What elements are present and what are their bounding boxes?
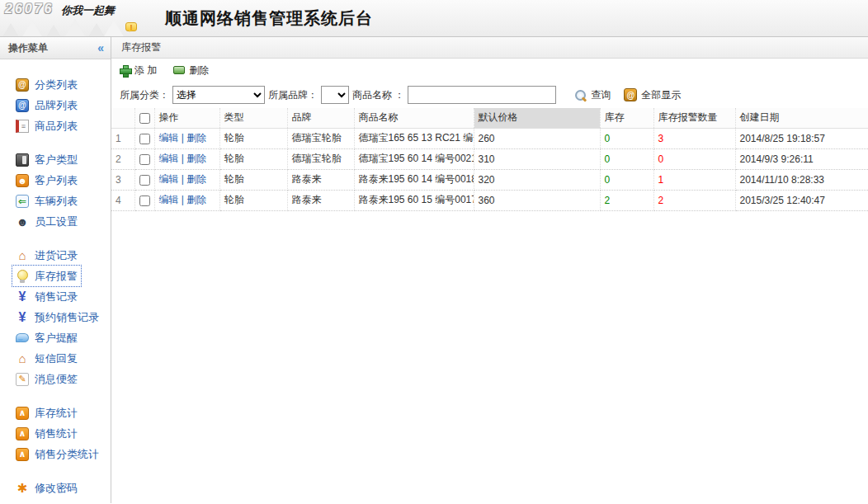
chat-icon [16,332,29,345]
sidebar-item-销售统计[interactable]: ∧销售统计 [12,423,81,444]
sidebar-item-客户列表[interactable]: ☻客户列表 [12,170,81,191]
sidebar-item-库存报警[interactable]: 库存报警 [12,266,81,286]
action-separator: | [179,173,187,185]
row-checkbox[interactable] [139,154,150,165]
sidebar-item-客户类型[interactable]: 客户类型 [12,149,81,170]
sidebar-item-车辆列表[interactable]: ⇐车辆列表 [12,191,81,211]
sidebar-title: 操作菜单 [8,41,48,55]
sidebar-item-label: 进货记录 [35,248,78,263]
sidebar-item-库存统计[interactable]: ∧库存统计 [12,403,81,423]
sidebar-item-销售记录[interactable]: ¥销售记录 [12,286,81,307]
tab-stock-alert[interactable]: 库存报警 [111,37,868,59]
action-separator: | [179,153,187,164]
sidebar-item-label: 预约销售记录 [35,310,99,325]
delete-button[interactable]: 删除 [173,64,209,78]
yen-icon: ¥ [16,311,29,324]
sidebar-group: ⌂进货记录库存报警¥销售记录¥预约销售记录客户提醒⌂短信回复✎消息便签 [16,245,111,389]
product-name-input[interactable] [408,86,556,104]
employee-icon: ☻ [16,215,29,228]
delete-link[interactable]: 删除 [186,194,206,205]
product-list-icon: ≡ [16,120,29,133]
brand-select[interactable] [321,86,349,104]
sidebar-item-客户提醒[interactable]: 客户提醒 [12,327,81,348]
yen-icon: ¥ [16,290,29,304]
sidebar-item-预约销售记录[interactable]: ¥预约销售记录 [12,307,102,327]
stock-alert-table-wrap: 操作类型品牌商品名称默认价格库存库存报警数量创建日期 1编辑 | 删除轮胎德瑞宝… [111,108,868,503]
sidebar-item-label: 库存报警 [35,269,78,284]
cell-brand: 德瑞宝轮胎 [287,128,354,148]
column-header-price[interactable]: 默认价格 [474,108,600,128]
sidebar-group: 客户类型☻客户列表⇐车辆列表☻员工设置 [16,149,111,232]
sidebar-item-label: 销售统计 [35,426,78,441]
add-button[interactable]: 添 加 [120,64,157,78]
sidebar-item-销售分类统计[interactable]: ∧销售分类统计 [12,444,102,464]
cell-price: 260 [474,128,600,148]
bulb-icon [16,270,29,283]
column-header-alert[interactable]: 库存报警数量 [653,108,735,128]
delete-link[interactable]: 删除 [186,153,206,164]
sidebar-item-label: 员工设置 [35,214,78,229]
logo-triangle [0,23,21,36]
table-body: 1编辑 | 删除轮胎德瑞宝轮胎德瑞宝165 65 13 RC21 编号26003… [111,128,868,210]
sidebar-item-消息便签[interactable]: ✎消息便签 [12,369,81,389]
delete-button-label: 删除 [189,64,209,78]
edit-link[interactable]: 编辑 [159,194,179,205]
chart-icon: ∧ [16,448,29,461]
row-number: 2 [111,148,134,169]
delete-minus-icon [173,66,185,74]
cell-stock: 2 [600,190,653,210]
sidebar-item-进货记录[interactable]: ⌂进货记录 [12,245,81,266]
gear-icon: ✱ [16,482,29,495]
sidebar-item-商品列表[interactable]: ≡商品列表 [12,115,81,136]
sidebar-item-label: 客户提醒 [35,331,78,346]
sidebar-item-label: 品牌列表 [35,98,78,113]
column-header-type[interactable]: 类型 [219,108,287,128]
edit-link[interactable]: 编辑 [159,173,179,185]
show-all-button-label: 全部显示 [641,88,681,102]
column-header-date[interactable]: 创建日期 [735,108,868,128]
action-separator: | [179,194,187,205]
column-header-check[interactable] [134,108,154,128]
search-button[interactable]: 查询 [574,88,611,102]
row-checkbox[interactable] [139,195,150,206]
delete-link[interactable]: 删除 [186,132,206,144]
select-all-checkbox[interactable] [139,113,150,124]
row-actions-cell: 编辑 | 删除 [154,148,219,169]
house-icon: ⌂ [16,352,29,365]
category-select[interactable]: 选择 [172,86,265,104]
alert-bubble-icon: ! [125,22,137,31]
sidebar-item-员工设置[interactable]: ☻员工设置 [12,211,81,232]
cell-brand: 路泰来 [287,190,354,210]
row-checkbox-cell [134,190,154,210]
main-content: 库存报警 添 加 删除 所属分类： 选择 所属品牌： 商品名称 ： [111,37,868,503]
sidebar-item-品牌列表[interactable]: @品牌列表 [12,95,81,115]
customer-type-icon [16,153,29,167]
column-header-num[interactable] [111,108,134,128]
edit-link[interactable]: 编辑 [159,153,179,164]
column-header-stock[interactable]: 库存 [600,108,653,128]
sidebar-group: ✱修改密码 [16,478,111,498]
sidebar-item-修改密码[interactable]: ✱修改密码 [12,478,81,498]
cell-type: 轮胎 [219,169,287,190]
row-checkbox[interactable] [139,175,150,186]
note-icon: ✎ [16,373,29,386]
row-number: 1 [111,128,134,148]
cell-date: 2014/11/10 8:28:33 [735,169,868,190]
show-all-button[interactable]: @ 全部显示 [624,88,681,102]
collapse-sidebar-icon[interactable]: « [97,41,104,54]
cell-alert: 0 [653,148,735,169]
cell-brand: 路泰来 [287,169,354,190]
column-header-op[interactable]: 操作 [154,108,219,128]
delete-link[interactable]: 删除 [186,173,206,185]
product-name-label: 商品名称 ： [352,88,404,102]
column-header-brand[interactable]: 品牌 [287,108,354,128]
sidebar-group: ∧库存统计∧销售统计∧销售分类统计 [16,403,111,464]
chart-icon: ∧ [16,407,29,420]
column-header-name[interactable]: 商品名称 [354,108,474,128]
cell-stock: 0 [600,169,653,190]
sidebar-item-分类列表[interactable]: @分类列表 [12,74,81,95]
sidebar-item-短信回复[interactable]: ⌂短信回复 [12,348,81,369]
sidebar-item-label: 库存统计 [35,406,78,421]
row-checkbox[interactable] [139,134,150,144]
edit-link[interactable]: 编辑 [159,132,179,144]
